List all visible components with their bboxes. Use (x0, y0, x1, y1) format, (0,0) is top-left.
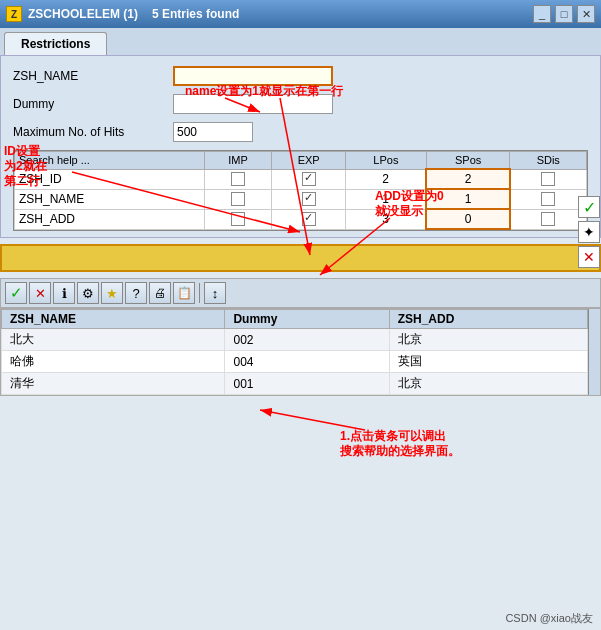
col-header-sdis: SDis (510, 152, 587, 170)
form-row-maxhits: Maximum No. of Hits (13, 122, 588, 142)
cell-lpos[interactable]: 1 (345, 189, 426, 209)
side-check-button[interactable]: ✓ (578, 196, 600, 218)
input-maxhits[interactable] (173, 122, 253, 142)
entries-found: 5 Entries found (152, 7, 239, 21)
side-star-button[interactable]: ✦ (578, 221, 600, 243)
input-zsh-name[interactable] (173, 66, 333, 86)
results-col-dummy: Dummy (225, 310, 389, 329)
results-area: ZSH_NAME Dummy ZSH_ADD 北大 002 北京 哈佛 004 … (0, 308, 601, 396)
toolbar-star-button[interactable]: ★ (101, 282, 123, 304)
title-bar: Z ZSCHOOLELEM (1) 5 Entries found _ □ ✕ (0, 0, 601, 28)
label-maxhits: Maximum No. of Hits (13, 125, 173, 139)
checkbox-exp-0[interactable] (302, 172, 316, 186)
toolbar-move-button[interactable]: ↕ (204, 282, 226, 304)
cell-spos[interactable]: 2 (426, 169, 510, 189)
cell-sdis[interactable] (510, 189, 587, 209)
title-controls: _ □ ✕ (533, 5, 595, 23)
svg-line-12 (260, 410, 365, 430)
col-header-lpos: LPos (345, 152, 426, 170)
checkbox-sdis-1[interactable] (541, 192, 555, 206)
yellow-banner[interactable] (0, 244, 601, 272)
tab-restrictions[interactable]: Restrictions (4, 32, 107, 55)
table-row[interactable]: 北大 002 北京 (2, 329, 588, 351)
cell-exp[interactable] (272, 169, 346, 189)
search-table: Search help ... IMP EXP LPos SPos SDis Z… (14, 151, 587, 230)
form-row-dummy: Dummy (13, 94, 588, 114)
results-col-name: ZSH_NAME (2, 310, 225, 329)
label-zsh-name: ZSH_NAME (13, 69, 173, 83)
cell-add: 英国 (389, 351, 587, 373)
col-header-exp: EXP (272, 152, 346, 170)
cell-name: 北大 (2, 329, 225, 351)
form-row-name: ZSH_NAME (13, 66, 588, 86)
close-button[interactable]: ✕ (577, 5, 595, 23)
cell-name: 清华 (2, 373, 225, 395)
checkbox-imp-2[interactable] (231, 212, 245, 226)
cell-lpos[interactable]: 3 (345, 209, 426, 229)
cell-dummy: 002 (225, 329, 389, 351)
checkbox-imp-1[interactable] (231, 192, 245, 206)
cell-imp[interactable] (204, 169, 272, 189)
cell-sdis[interactable] (510, 209, 587, 229)
col-header-imp: IMP (204, 152, 272, 170)
cell-spos[interactable]: 0 (426, 209, 510, 229)
cell-sdis[interactable] (510, 169, 587, 189)
results-table: ZSH_NAME Dummy ZSH_ADD 北大 002 北京 哈佛 004 … (1, 309, 588, 395)
table-row[interactable]: 清华 001 北京 (2, 373, 588, 395)
side-x-button[interactable]: ✕ (578, 246, 600, 268)
cell-name: ZSH_ADD (15, 209, 205, 229)
results-col-add: ZSH_ADD (389, 310, 587, 329)
toolbar: ✓ ✕ ℹ ⚙ ★ ? 🖨 📋 ↕ (0, 278, 601, 308)
cell-name: ZSH_ID (15, 169, 205, 189)
cell-dummy: 004 (225, 351, 389, 373)
table-row: ZSH_ID 2 2 (15, 169, 587, 189)
cell-name: ZSH_NAME (15, 189, 205, 209)
toolbar-separator (199, 283, 200, 303)
col-header-name: Search help ... (15, 152, 205, 170)
app-icon: Z (6, 6, 22, 22)
cell-imp[interactable] (204, 189, 272, 209)
toolbar-print-button[interactable]: 🖨 (149, 282, 171, 304)
minimize-button[interactable]: _ (533, 5, 551, 23)
search-table-container: Search help ... IMP EXP LPos SPos SDis Z… (13, 150, 588, 231)
toolbar-cancel-button[interactable]: ✕ (29, 282, 51, 304)
cell-name: 哈佛 (2, 351, 225, 373)
cell-add: 北京 (389, 329, 587, 351)
checkbox-sdis-0[interactable] (541, 172, 555, 186)
checkbox-exp-1[interactable] (302, 192, 316, 206)
table-row: ZSH_ADD 3 0 (15, 209, 587, 229)
checkbox-sdis-2[interactable] (541, 212, 555, 226)
toolbar-help-button[interactable]: ? (125, 282, 147, 304)
cell-add: 北京 (389, 373, 587, 395)
checkbox-exp-2[interactable] (302, 212, 316, 226)
cell-dummy: 001 (225, 373, 389, 395)
toolbar-config-button[interactable]: ⚙ (77, 282, 99, 304)
title-bar-left: Z ZSCHOOLELEM (1) 5 Entries found (6, 6, 239, 22)
cell-spos[interactable]: 1 (426, 189, 510, 209)
title-text: ZSCHOOLELEM (1) (28, 7, 138, 21)
maximize-button[interactable]: □ (555, 5, 573, 23)
table-row[interactable]: 哈佛 004 英国 (2, 351, 588, 373)
table-row: ZSH_NAME 1 1 (15, 189, 587, 209)
main-content: ZSH_NAME Dummy Maximum No. of Hits Searc… (0, 55, 601, 238)
vertical-scrollbar[interactable] (588, 309, 600, 395)
label-dummy: Dummy (13, 97, 173, 111)
input-dummy[interactable] (173, 94, 333, 114)
tab-bar: Restrictions (0, 28, 601, 55)
cell-imp[interactable] (204, 209, 272, 229)
svg-text:1.点击黄条可以调出: 1.点击黄条可以调出 (340, 429, 446, 443)
toolbar-export-button[interactable]: 📋 (173, 282, 195, 304)
watermark: CSDN @xiao战友 (505, 611, 593, 626)
side-buttons: ✓ ✦ ✕ (578, 196, 600, 268)
checkbox-imp-0[interactable] (231, 172, 245, 186)
col-header-spos: SPos (426, 152, 510, 170)
cell-lpos[interactable]: 2 (345, 169, 426, 189)
svg-text:搜索帮助的选择界面。: 搜索帮助的选择界面。 (339, 444, 460, 458)
toolbar-check-button[interactable]: ✓ (5, 282, 27, 304)
toolbar-info-button[interactable]: ℹ (53, 282, 75, 304)
cell-exp[interactable] (272, 209, 346, 229)
cell-exp[interactable] (272, 189, 346, 209)
